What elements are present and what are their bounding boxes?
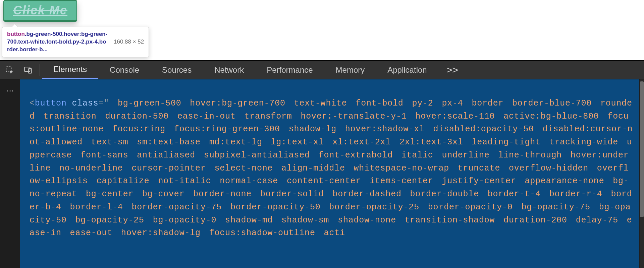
inspect-tooltip: button.bg-green-500.hover:bg-green-700.t… <box>2 27 149 57</box>
tab-console[interactable]: Console <box>98 61 151 79</box>
elements-scrollbar[interactable] <box>640 79 644 268</box>
tab-application[interactable]: Application <box>376 61 438 79</box>
code-attr: class <box>72 98 98 108</box>
tab-memory[interactable]: Memory <box>324 61 376 79</box>
svg-rect-1 <box>24 67 30 71</box>
elements-scrollbar-thumb[interactable] <box>640 81 644 217</box>
elements-code-wrap: <button class=" bg-green-500 hover:bg-gr… <box>20 79 644 268</box>
inspect-tooltip-dimensions: 160.88 × 52 <box>114 38 144 46</box>
elements-gutter: ··· <box>0 79 20 268</box>
tab-elements[interactable]: Elements <box>42 61 98 79</box>
tab-performance[interactable]: Performance <box>255 61 324 79</box>
code-class-string: bg-green-500 hover:bg-green-700 text-whi… <box>30 98 633 238</box>
inspect-tooltip-tag: button <box>7 31 25 37</box>
device-toolbar-icon[interactable] <box>19 61 38 79</box>
elements-panel: ··· <button class=" bg-green-500 hover:b… <box>0 79 644 268</box>
devtools-panel: Elements Console Sources Network Perform… <box>0 60 644 268</box>
click-me-button[interactable]: Click Me <box>3 0 77 22</box>
rendered-page: Click Me button.bg-green-500.hover:bg-gr… <box>0 0 644 60</box>
tabs-overflow-icon[interactable]: >> <box>438 61 466 79</box>
code-tag: button <box>35 98 67 108</box>
tab-network[interactable]: Network <box>203 61 255 79</box>
elements-selected-node[interactable]: <button class=" bg-green-500 hover:bg-gr… <box>20 79 639 268</box>
tab-sources[interactable]: Sources <box>151 61 203 79</box>
inspect-element-icon[interactable] <box>0 61 19 79</box>
devtools-tabbar: Elements Console Sources Network Perform… <box>0 61 644 79</box>
inspect-tooltip-selector: button.bg-green-500.hover:bg-green-700.t… <box>7 30 108 54</box>
tabbar-separator <box>40 64 40 76</box>
